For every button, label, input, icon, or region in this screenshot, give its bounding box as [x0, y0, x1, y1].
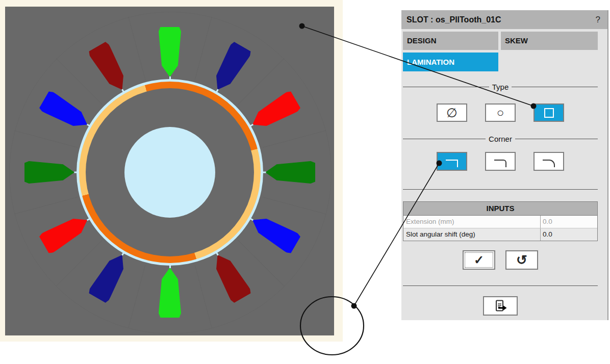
section-divider: [403, 189, 598, 190]
slot-coil: [87, 41, 132, 95]
corner-group-legend: Corner: [403, 135, 598, 143]
round-corner-large-icon: [543, 160, 555, 167]
input-label: Slot angular shift (deg): [403, 228, 540, 241]
motor-preview-frame: [0, 0, 343, 342]
slot-coil: [247, 90, 301, 134]
slot-coil: [159, 27, 181, 77]
slot-coil: [247, 210, 301, 254]
slot-coil: [38, 210, 93, 254]
slashed-circle-icon: ∅: [446, 107, 458, 119]
action-buttons: ✓ ↺: [403, 250, 598, 270]
inputs-table: INPUTS Extension (mm) 0.0 Slot angular s…: [403, 201, 598, 241]
inputs-table-header: INPUTS: [403, 202, 597, 216]
legend-line: [403, 87, 489, 87]
round-corner-small-icon: [494, 160, 506, 167]
slot-coil: [208, 41, 252, 95]
type-option-round[interactable]: ○: [485, 103, 516, 122]
tooth-edge-line: [56, 58, 102, 105]
undo-rotate-icon: ↺: [516, 252, 527, 268]
type-group-label: Type: [492, 83, 509, 91]
callout-dot: [351, 303, 357, 309]
slot-coil: [38, 90, 93, 134]
type-group-legend: Type: [403, 83, 598, 91]
legend-line: [512, 87, 598, 87]
motor-cross-section: [5, 7, 334, 335]
tooth-edge-line: [262, 131, 325, 148]
tab-design[interactable]: DESIGN: [403, 32, 498, 50]
apply-button[interactable]: ✓: [463, 250, 495, 270]
panel-header: SLOT : os_PllTooth_01C ?: [401, 10, 607, 29]
panel-title: SLOT : os_PllTooth_01C: [406, 10, 501, 29]
legend-line: [515, 139, 598, 139]
corner-group-label: Corner: [489, 135, 512, 143]
section-divider: [403, 285, 598, 286]
slot-angular-shift-value-field[interactable]: 0.0: [540, 228, 597, 241]
help-icon[interactable]: ?: [596, 10, 600, 29]
corner-option-round-small[interactable]: [485, 152, 516, 171]
extension-value-field: 0.0: [540, 216, 597, 228]
tooth-edge-line: [128, 17, 145, 80]
slot-coil: [159, 268, 181, 318]
input-label: Extension (mm): [403, 216, 540, 228]
type-option-square[interactable]: [533, 103, 564, 122]
reset-button[interactable]: ↺: [505, 250, 538, 270]
tooth-edge-line: [14, 131, 78, 148]
tooth-edge-line: [194, 265, 212, 328]
export-document-icon: [494, 300, 507, 312]
tooth-edge-line: [128, 265, 145, 328]
tooth-edge-line: [56, 240, 102, 287]
slot-coil: [265, 161, 315, 184]
type-options: ∅ ○: [403, 103, 598, 122]
corner-option-round-large[interactable]: [533, 152, 564, 171]
square-icon: [544, 108, 554, 118]
export-button[interactable]: [483, 296, 518, 316]
sharp-corner-icon: [446, 160, 458, 167]
type-option-none[interactable]: ∅: [437, 103, 467, 122]
tooth-edge-line: [194, 17, 212, 80]
tab-skew[interactable]: SKEW: [501, 32, 598, 50]
tooth-edge-line: [238, 240, 284, 287]
legend-line: [403, 139, 486, 139]
tooth-edge-line: [238, 58, 284, 105]
slot-coil: [24, 161, 74, 184]
tooth-edge-line: [14, 197, 78, 214]
shaft: [124, 127, 215, 218]
corner-option-sharp[interactable]: [437, 152, 467, 171]
slot-coil: [208, 249, 252, 304]
circle-icon: ○: [497, 107, 504, 119]
corner-options: [403, 152, 598, 171]
slot-coil: [87, 249, 132, 304]
tooth-edge-line: [262, 197, 325, 214]
slot-properties-panel: SLOT : os_PllTooth_01C ? DESIGN SKEW LAM…: [401, 10, 608, 320]
export-row: [403, 296, 598, 316]
input-row-0: Extension (mm) 0.0: [403, 216, 597, 228]
tab-lamination[interactable]: LAMINATION: [403, 53, 498, 71]
check-icon: ✓: [474, 253, 484, 267]
input-row-1: Slot angular shift (deg) 0.0: [403, 228, 597, 241]
